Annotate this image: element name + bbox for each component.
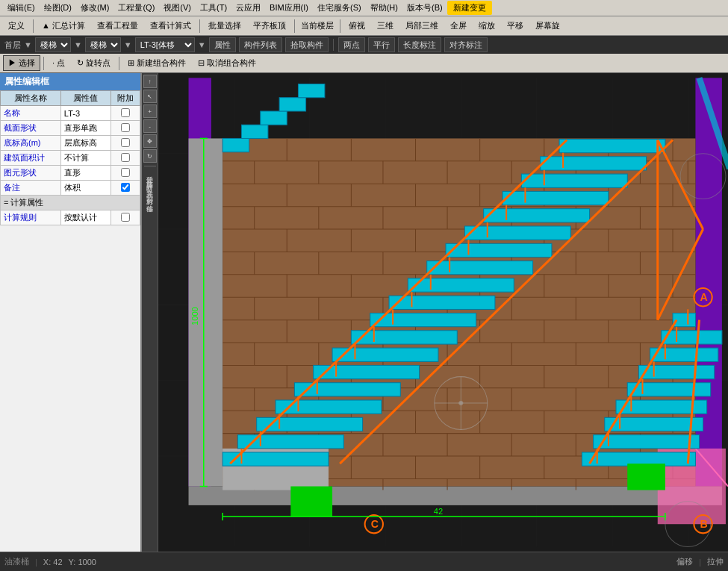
nav-pick-btn[interactable]: 拾取构件 [285,37,329,52]
nav-property-btn[interactable]: 属性 [209,37,236,52]
btn-point[interactable]: · 点 [47,55,70,71]
btn-local-3d[interactable]: 局部三维 [400,18,444,34]
tool-merge[interactable]: 合并 [143,183,156,186]
prop-value-4[interactable]: 直形 [60,166,111,181]
svg-text:B: B [700,518,708,530]
menu-tools[interactable]: 工具(T) [196,1,231,15]
prop-checkbox-1[interactable] [121,123,130,132]
btn-3d[interactable]: 三维 [372,18,399,34]
btn-view-qty[interactable]: 查看工程量 [92,18,143,34]
prop-check-5[interactable] [111,181,140,196]
prop-value-3[interactable]: 不计算 [60,151,111,166]
menu-cloud[interactable]: 云应用 [231,1,265,15]
prop-value-1[interactable]: 直形单跑 [60,121,111,136]
tool-rotate[interactable]: ↻ [143,149,157,163]
btn-define[interactable]: 定义 [3,18,30,34]
btn-batch-select[interactable]: 批量选择 [203,18,246,34]
canvas-area[interactable]: A B C 42 1000 [158,73,728,552]
calc-check-0[interactable] [111,210,140,225]
tool-arrow[interactable]: ↑ [143,75,157,88]
menu-modify[interactable]: 修改(M) [76,1,114,15]
btn-pan[interactable]: 平移 [502,18,529,34]
tool-move[interactable]: ✥ [143,134,157,148]
svg-rect-171 [559,139,665,152]
svg-rect-17 [223,138,695,486]
prop-name-0: 名称 [1,106,61,121]
prop-value-5[interactable]: 体积 [60,181,111,196]
col-name-header: 属性名称 [1,91,61,106]
svg-rect-166 [464,226,570,240]
nav-length-dim-btn[interactable]: 长度标注 [398,37,441,52]
prop-value-2[interactable]: 层底标高 [60,136,111,151]
prop-checkbox-2[interactable] [121,138,130,147]
sep3 [294,19,295,33]
prop-value-0[interactable]: LT-3 [60,106,111,121]
calc-value-0[interactable]: 按默认计 [60,210,111,225]
svg-rect-169 [521,174,627,187]
menu-qty[interactable]: 工程量(Q) [113,1,159,15]
prop-checkbox-0[interactable] [121,108,130,117]
menu-view[interactable]: 视图(V) [159,1,196,15]
tool-mirror[interactable]: 对称- [143,192,156,197]
tool-zoom-out[interactable]: - [143,119,157,133]
status-coord-y: Y: 1000 [69,558,96,567]
svg-text:1000: 1000 [190,307,199,325]
menu-draw[interactable]: 绘图(D) [40,1,76,15]
menu-residential[interactable]: 住宅服务(S) [313,1,366,15]
menu-edit[interactable]: 编辑(E) [3,1,40,15]
tool-zoom-in[interactable]: + [143,104,157,118]
prop-check-3[interactable] [111,151,140,166]
status-bottom-sep1: | [699,558,701,567]
btn-rotate-point[interactable]: ↻ 旋转点 [72,55,116,71]
btn-sum[interactable]: ▲ 汇总计算 [37,18,90,34]
nav-component-select2[interactable]: 楼梯 [85,37,121,52]
btn-screen-rotate[interactable]: 屏幕旋 [530,18,565,34]
svg-rect-151 [279,98,305,111]
sep1 [33,19,34,33]
nav-component-list-btn[interactable]: 构件列表 [239,37,282,52]
btn-align-top[interactable]: 平齐板顶 [248,18,291,34]
prop-checkbox-5[interactable] [121,183,130,192]
tool-sep [144,166,156,166]
prop-checkbox-3[interactable] [121,153,130,162]
tool-offset[interactable]: 偏移 [143,199,156,202]
svg-rect-178 [650,348,718,361]
svg-rect-152 [298,84,324,97]
status-text: 油漆桶 [4,556,29,567]
status-bottom-tool1[interactable]: 偏移 [676,556,693,567]
nav-component-select1[interactable]: 楼梯 [35,37,71,52]
menu-help[interactable]: 帮助(H) [366,1,402,15]
tool-extend[interactable]: 延伸 [143,169,156,172]
prop-check-1[interactable] [111,121,140,136]
nav-arrow4: ▼ [198,40,206,49]
prop-check-2[interactable] [111,136,140,151]
tool-notrim[interactable]: 非修剪 [143,174,156,177]
tool-cursor[interactable]: ↖ [143,90,157,103]
tool-break[interactable]: 打断 [143,178,156,181]
prop-check-0[interactable] [111,106,140,121]
menu-newchange[interactable]: 新建变更 [447,1,492,15]
prop-check-4[interactable] [111,166,140,181]
btn-fullscreen[interactable]: 全屏 [445,18,472,34]
tool-split[interactable]: 分割 [143,187,156,190]
vertical-tool-sidebar: ↑ ↖ + - ✥ ↻ 延伸 非修剪 打断 合并 分割 对称- 偏移 [142,73,158,552]
btn-select[interactable]: ▶ 选择 [3,55,40,71]
nav-two-point-btn[interactable]: 两点 [338,37,365,52]
btn-new-group[interactable]: ⊞ 新建组合构件 [122,55,191,71]
btn-top-view[interactable]: 俯视 [343,18,370,34]
svg-rect-168 [503,191,609,205]
svg-rect-162 [389,296,495,309]
nav-sep1 [333,39,334,51]
menu-bim[interactable]: BIM应用(I) [265,1,313,15]
btn-view-calc[interactable]: 查看计算式 [145,18,196,34]
svg-rect-157 [294,383,400,396]
nav-align-dim-btn[interactable]: 对齐标注 [444,37,488,52]
btn-zoom[interactable]: 缩放 [473,18,500,34]
btn-cancel-group[interactable]: ⊟ 取消组合构件 [193,55,261,71]
nav-parallel-btn[interactable]: 平行 [368,37,395,52]
menu-version[interactable]: 版本号(B) [402,1,447,15]
status-bottom-tool2[interactable]: 拉伸 [707,556,724,567]
prop-checkbox-4[interactable] [121,168,130,177]
calc-checkbox-0[interactable] [121,213,130,222]
nav-lt-select[interactable]: LT-3[体移 [135,37,195,52]
